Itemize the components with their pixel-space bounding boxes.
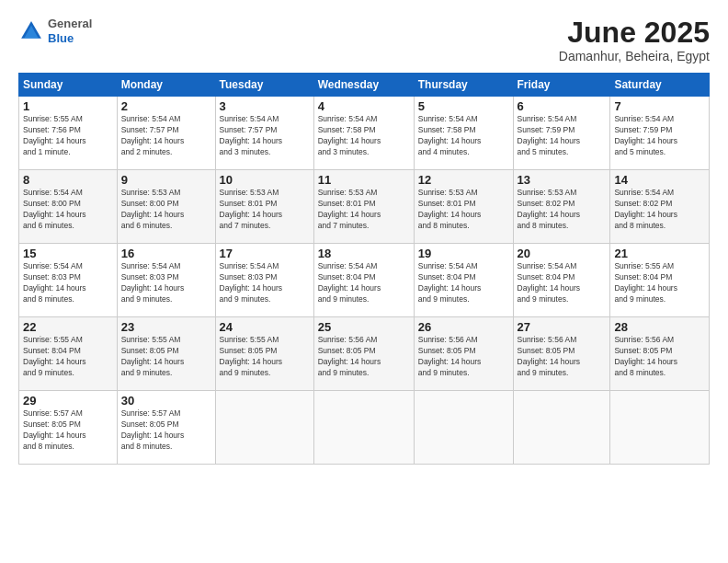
calendar-cell: 22Sunrise: 5:55 AMSunset: 8:04 PMDayligh… bbox=[19, 317, 118, 391]
day-number: 11 bbox=[318, 173, 410, 187]
day-number: 21 bbox=[614, 247, 705, 260]
day-info: Sunrise: 5:54 AMSunset: 7:57 PMDaylight:… bbox=[220, 114, 310, 158]
calendar-cell: 9Sunrise: 5:53 AMSunset: 8:00 PMDaylight… bbox=[117, 170, 215, 244]
calendar-cell: 20Sunrise: 5:54 AMSunset: 8:04 PMDayligh… bbox=[513, 244, 610, 317]
day-number: 19 bbox=[418, 247, 509, 260]
day-info: Sunrise: 5:54 AMSunset: 7:59 PMDaylight:… bbox=[614, 114, 705, 158]
day-info: Sunrise: 5:55 AMSunset: 8:04 PMDaylight:… bbox=[614, 261, 705, 305]
day-info: Sunrise: 5:53 AMSunset: 8:01 PMDaylight:… bbox=[418, 188, 509, 232]
day-info: Sunrise: 5:55 AMSunset: 8:05 PMDaylight:… bbox=[220, 335, 310, 379]
day-info: Sunrise: 5:54 AMSunset: 7:59 PMDaylight:… bbox=[518, 114, 607, 158]
calendar-cell: 7Sunrise: 5:54 AMSunset: 7:59 PMDaylight… bbox=[610, 97, 710, 170]
header: General Blue June 2025 Damanhur, Beheira… bbox=[18, 17, 710, 63]
col-sunday: Sunday bbox=[19, 74, 118, 97]
calendar-cell: 3Sunrise: 5:54 AMSunset: 7:57 PMDaylight… bbox=[215, 97, 313, 170]
col-friday: Friday bbox=[513, 74, 610, 97]
logo-general: General bbox=[48, 17, 92, 30]
day-number: 8 bbox=[23, 173, 113, 187]
day-number: 9 bbox=[121, 173, 211, 187]
calendar-cell: 19Sunrise: 5:54 AMSunset: 8:04 PMDayligh… bbox=[414, 244, 513, 317]
calendar-cell: 17Sunrise: 5:54 AMSunset: 8:03 PMDayligh… bbox=[215, 244, 313, 317]
day-number: 15 bbox=[23, 247, 113, 260]
title-area: June 2025 Damanhur, Beheira, Egypt bbox=[559, 17, 710, 63]
day-info: Sunrise: 5:54 AMSunset: 8:03 PMDaylight:… bbox=[220, 261, 310, 305]
calendar-cell: 30Sunrise: 5:57 AMSunset: 8:05 PMDayligh… bbox=[117, 391, 215, 465]
day-number: 27 bbox=[518, 320, 607, 334]
day-number: 13 bbox=[518, 173, 607, 187]
calendar-cell: 4Sunrise: 5:54 AMSunset: 7:58 PMDaylight… bbox=[313, 97, 414, 170]
calendar-cell: 1Sunrise: 5:55 AMSunset: 7:56 PMDaylight… bbox=[19, 97, 118, 170]
day-info: Sunrise: 5:53 AMSunset: 8:00 PMDaylight:… bbox=[121, 188, 211, 232]
calendar-cell: 29Sunrise: 5:57 AMSunset: 8:05 PMDayligh… bbox=[19, 391, 118, 465]
calendar-table: Sunday Monday Tuesday Wednesday Thursday… bbox=[18, 73, 710, 465]
day-number: 30 bbox=[121, 394, 211, 408]
col-thursday: Thursday bbox=[414, 74, 513, 97]
day-info: Sunrise: 5:54 AMSunset: 8:04 PMDaylight:… bbox=[518, 261, 607, 305]
location: Damanhur, Beheira, Egypt bbox=[559, 49, 710, 63]
day-info: Sunrise: 5:54 AMSunset: 8:04 PMDaylight:… bbox=[418, 261, 509, 305]
calendar-cell: 18Sunrise: 5:54 AMSunset: 8:04 PMDayligh… bbox=[313, 244, 414, 317]
day-number: 5 bbox=[418, 99, 509, 113]
page: General Blue June 2025 Damanhur, Beheira… bbox=[0, 0, 728, 563]
calendar-header-row: Sunday Monday Tuesday Wednesday Thursday… bbox=[19, 74, 710, 97]
day-info: Sunrise: 5:54 AMSunset: 8:04 PMDaylight:… bbox=[318, 261, 410, 305]
calendar-cell: 21Sunrise: 5:55 AMSunset: 8:04 PMDayligh… bbox=[610, 244, 710, 317]
day-number: 1 bbox=[23, 99, 113, 113]
calendar-cell: 6Sunrise: 5:54 AMSunset: 7:59 PMDaylight… bbox=[513, 97, 610, 170]
day-number: 17 bbox=[220, 247, 310, 260]
day-info: Sunrise: 5:53 AMSunset: 8:01 PMDaylight:… bbox=[220, 188, 310, 232]
calendar-cell: 8Sunrise: 5:54 AMSunset: 8:00 PMDaylight… bbox=[19, 170, 118, 244]
day-number: 24 bbox=[220, 320, 310, 334]
day-number: 7 bbox=[614, 99, 705, 113]
calendar-cell bbox=[215, 391, 313, 465]
day-number: 10 bbox=[220, 173, 310, 187]
day-info: Sunrise: 5:54 AMSunset: 7:57 PMDaylight:… bbox=[121, 114, 211, 158]
day-info: Sunrise: 5:54 AMSunset: 8:02 PMDaylight:… bbox=[614, 188, 705, 232]
day-number: 3 bbox=[220, 99, 310, 113]
day-number: 29 bbox=[23, 394, 113, 408]
col-saturday: Saturday bbox=[610, 74, 710, 97]
day-number: 28 bbox=[614, 320, 705, 334]
calendar-cell: 16Sunrise: 5:54 AMSunset: 8:03 PMDayligh… bbox=[117, 244, 215, 317]
calendar-cell: 5Sunrise: 5:54 AMSunset: 7:58 PMDaylight… bbox=[414, 97, 513, 170]
calendar-cell bbox=[313, 391, 414, 465]
col-tuesday: Tuesday bbox=[215, 74, 313, 97]
calendar-cell: 2Sunrise: 5:54 AMSunset: 7:57 PMDaylight… bbox=[117, 97, 215, 170]
calendar-cell: 26Sunrise: 5:56 AMSunset: 8:05 PMDayligh… bbox=[414, 317, 513, 391]
calendar-cell: 12Sunrise: 5:53 AMSunset: 8:01 PMDayligh… bbox=[414, 170, 513, 244]
day-info: Sunrise: 5:54 AMSunset: 7:58 PMDaylight:… bbox=[318, 114, 410, 158]
day-info: Sunrise: 5:55 AMSunset: 8:04 PMDaylight:… bbox=[23, 335, 113, 379]
calendar-cell: 13Sunrise: 5:53 AMSunset: 8:02 PMDayligh… bbox=[513, 170, 610, 244]
day-number: 14 bbox=[614, 173, 705, 187]
day-info: Sunrise: 5:56 AMSunset: 8:05 PMDaylight:… bbox=[614, 335, 705, 379]
calendar-cell: 23Sunrise: 5:55 AMSunset: 8:05 PMDayligh… bbox=[117, 317, 215, 391]
day-number: 20 bbox=[518, 247, 607, 260]
day-number: 25 bbox=[318, 320, 410, 334]
calendar-cell bbox=[610, 391, 710, 465]
day-info: Sunrise: 5:57 AMSunset: 8:05 PMDaylight:… bbox=[23, 408, 113, 453]
day-info: Sunrise: 5:54 AMSunset: 8:03 PMDaylight:… bbox=[23, 261, 113, 305]
calendar-cell: 11Sunrise: 5:53 AMSunset: 8:01 PMDayligh… bbox=[313, 170, 414, 244]
col-monday: Monday bbox=[117, 74, 215, 97]
day-number: 18 bbox=[318, 247, 410, 260]
day-number: 22 bbox=[23, 320, 113, 334]
calendar-cell: 14Sunrise: 5:54 AMSunset: 8:02 PMDayligh… bbox=[610, 170, 710, 244]
logo-icon bbox=[18, 18, 44, 44]
calendar-cell bbox=[414, 391, 513, 465]
logo: General Blue bbox=[18, 17, 92, 45]
day-info: Sunrise: 5:57 AMSunset: 8:05 PMDaylight:… bbox=[121, 408, 211, 453]
day-info: Sunrise: 5:53 AMSunset: 8:01 PMDaylight:… bbox=[318, 188, 410, 232]
day-info: Sunrise: 5:54 AMSunset: 8:03 PMDaylight:… bbox=[121, 261, 211, 305]
logo-text: General Blue bbox=[48, 17, 92, 45]
day-number: 16 bbox=[121, 247, 211, 260]
day-number: 6 bbox=[518, 99, 607, 113]
day-info: Sunrise: 5:54 AMSunset: 8:00 PMDaylight:… bbox=[23, 188, 113, 232]
calendar-cell: 28Sunrise: 5:56 AMSunset: 8:05 PMDayligh… bbox=[610, 317, 710, 391]
day-info: Sunrise: 5:54 AMSunset: 7:58 PMDaylight:… bbox=[418, 114, 509, 158]
day-number: 12 bbox=[418, 173, 509, 187]
calendar-cell: 15Sunrise: 5:54 AMSunset: 8:03 PMDayligh… bbox=[19, 244, 118, 317]
day-number: 2 bbox=[121, 99, 211, 113]
calendar-cell: 10Sunrise: 5:53 AMSunset: 8:01 PMDayligh… bbox=[215, 170, 313, 244]
day-number: 23 bbox=[121, 320, 211, 334]
day-info: Sunrise: 5:56 AMSunset: 8:05 PMDaylight:… bbox=[518, 335, 607, 379]
